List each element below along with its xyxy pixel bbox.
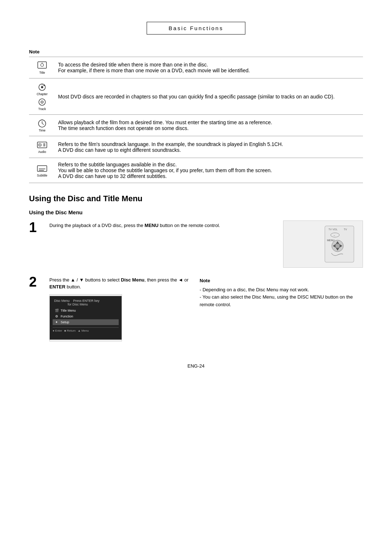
audio-icon-label: Audio [38,150,46,154]
svg-text:TV: TV [344,228,347,231]
track-icon [36,97,48,107]
right-notes: Note Depending on a disc, the Disc Menu … [200,275,363,341]
right-note-item-1: Depending on a disc, the Disc Menu may n… [200,286,363,294]
track-icon-badge: Track [36,97,48,111]
steps-area: 1 During the playback of a DVD disc, pre… [29,220,363,341]
menu-function-label: Function [61,315,73,318]
menu-enter-label: ● Enter [53,329,62,332]
table-row: Chapter Track Most DVD dis [29,78,363,115]
section-title: Using the Disc and Title Menu [29,194,363,203]
step-2-area: 2 Press the ▲ / ▼ buttons to select Disc… [29,275,363,341]
subtitle-icon-badge: Subtitle [36,163,48,177]
svg-rect-14 [37,142,47,148]
chapter-icon-label: Chapter [37,93,48,96]
menu-return-label: ■ Return [64,329,75,332]
info-table: Title To access the desired title when t… [29,57,363,183]
table-row: Subtitle Refers to the subtitle language… [29,158,363,183]
svg-point-16 [40,145,41,146]
step-2-left: 2 Press the ▲ / ▼ buttons to select Disc… [29,275,192,341]
table-row: Title To access the desired title when t… [29,57,363,78]
svg-rect-19 [43,146,45,146]
chapter-track-text-cell: Most DVD discs are recorded in chapters … [55,78,363,115]
svg-point-34 [335,244,340,248]
step-1-image: TV VOL TV – MENU [283,220,363,268]
icon-cell-audio: Audio [29,136,55,158]
step-2-content: Press the ▲ / ▼ buttons to select Disc M… [49,275,192,341]
menu-setup-label: Setup [61,320,69,324]
icon-cell-subtitle: Subtitle [29,158,55,183]
step-2-text: Press the ▲ / ▼ buttons to select Disc M… [49,275,192,291]
time-icon-badge: Time [36,118,48,132]
time-icon [36,118,48,129]
header-title: Basic Functions [169,25,224,31]
step-2-number: 2 [29,275,42,341]
page-number: ENG-24 [188,363,205,369]
menu-screenshot: Disc Menu Press ENTER key for Disc Menu … [50,296,122,340]
svg-text:MENU: MENU [327,239,335,242]
page-footer: ENG-24 [29,363,363,369]
svg-rect-18 [43,145,45,145]
svg-text:–: – [334,234,335,236]
svg-point-1 [41,64,44,66]
menu-function-icon: ⚙ [54,315,59,318]
track-icon-label: Track [38,108,46,111]
menu-item-title: 🎬 Title Menu [53,308,119,313]
table-row: Audio Refers to the film's soundtrack la… [29,136,363,158]
right-note-item-2: You can also select the Disc Menu, using… [200,293,363,309]
chapter-icon [36,82,48,92]
disc-menu-bold: Disc Menu [121,277,144,283]
right-note-title: Note [200,277,363,285]
svg-point-9 [42,101,42,102]
subtitle-icon [36,163,48,174]
title-icon-label: Title [39,71,45,74]
note-label: Note [29,49,363,54]
menu-title-icon: 🎬 [54,309,59,312]
menu-setup-icon: ✦ [54,320,59,324]
step-2-image: Disc Menu Press ENTER key for Disc Menu … [49,294,122,341]
subtitle-icon-label: Subtitle [37,174,47,177]
menu-disc-label: Disc Menu Press ENTER key for Disc Menu [53,299,119,306]
audio-icon-badge: Audio [36,140,48,154]
menu-item-setup: ✦ Setup [53,319,119,325]
menu-item-function: ⚙ Function [53,313,119,319]
enter-bold: ENTER [49,284,65,289]
step-1-row: 1 During the playback of a DVD disc, pre… [29,220,363,268]
step-1-text: During the playback of a DVD disc, press… [49,220,276,229]
menu-menu-label: ▲ Menu [78,329,89,332]
page-header: Basic Functions [29,22,363,35]
menu-title-label: Title Menu [61,309,76,312]
icon-cell-time: Time [29,115,55,136]
svg-text:TV VOL: TV VOL [328,228,338,231]
svg-point-4 [41,86,43,88]
chapter-icon-badge: Chapter [36,82,48,96]
step-1-number: 1 [29,220,42,234]
menu-bold: MENU [144,223,158,228]
title-icon [36,61,48,71]
subtitle-text-cell: Refers to the subtitle languages availab… [55,158,363,183]
icon-cell-title: Title [29,57,55,78]
time-icon-label: Time [39,129,46,132]
title-text-cell: To access the desired title when there i… [55,57,363,78]
audio-text-cell: Refers to the film's soundtrack language… [55,136,363,158]
subsection-title: Using the Disc Menu [29,209,363,215]
svg-rect-17 [43,143,45,144]
svg-line-12 [42,123,44,125]
table-row: Time Allows playback of the film from a … [29,115,363,136]
menu-footer: ● Enter ■ Return ▲ Menu [53,327,119,332]
remote-svg: TV VOL TV – MENU [289,222,358,266]
audio-icon [36,140,48,150]
time-text-cell: Allows playback of the film from a desir… [55,115,363,136]
icon-cell-chapter-track: Chapter Track [29,78,55,115]
header-title-box: Basic Functions [147,22,246,35]
title-icon-badge: Title [36,61,48,74]
right-notes-list: Depending on a disc, the Disc Menu may n… [200,286,363,309]
